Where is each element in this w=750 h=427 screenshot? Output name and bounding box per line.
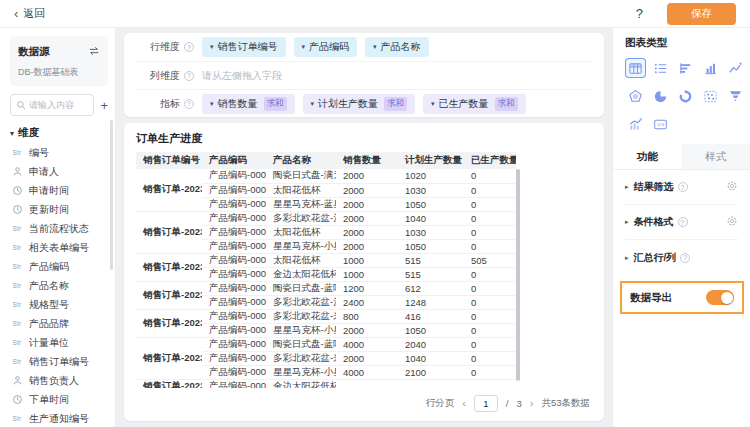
table-cell: 0: [464, 351, 516, 365]
switch-datasource-icon[interactable]: [88, 43, 100, 61]
tab-功能[interactable]: 功能: [613, 144, 682, 169]
field-item-更新时间[interactable]: 更新时间: [10, 200, 108, 219]
dimension-section-header[interactable]: ▾ 维度: [10, 126, 108, 140]
table-cell: 产品编码-00009: [202, 225, 266, 239]
pivot-table: 销售订单编号产品编码产品名称销售数量计划生产数量已生产数量 销售订单-20230…: [136, 152, 516, 388]
field-label: 产品品牌: [29, 317, 69, 331]
table-cell: 2400: [336, 295, 398, 309]
table-scrollbar[interactable]: [516, 169, 520, 381]
chip-label: 产品编码: [309, 40, 349, 54]
table-title: 订单生产进度: [136, 131, 592, 146]
donut-chart-icon[interactable]: [675, 86, 696, 106]
dimension-chip-销售订单编号[interactable]: ▾销售订单编号: [202, 37, 286, 57]
field-item-当前流程状态[interactable]: Str当前流程状态: [10, 219, 108, 238]
crosstab-table-icon[interactable]: [625, 58, 646, 78]
column-dimension-placeholder: 请从左侧拖入字段: [202, 69, 282, 83]
toggle-knob: [721, 292, 733, 304]
page-number-input[interactable]: [474, 395, 498, 412]
table-cell: 产品编码-00006: [202, 281, 266, 295]
field-item-产品名称[interactable]: Str产品名称: [10, 276, 108, 295]
section-结果筛选[interactable]: ▸结果筛选?: [625, 170, 738, 205]
field-item-规格型号[interactable]: Str规格型号: [10, 295, 108, 314]
table-row: 销售订单-20230...产品编码-00008多彩北欧花盆-米白色8004160: [136, 309, 516, 323]
dimension-chip-产品编码[interactable]: ▾产品编码: [294, 37, 358, 57]
table-cell: 1050: [398, 197, 464, 211]
column-header-销售订单编号: 销售订单编号: [136, 152, 202, 169]
column-dimension-help-icon: ?: [184, 71, 194, 81]
table-cell: 1030: [398, 225, 464, 239]
add-field-button[interactable]: +: [100, 99, 108, 112]
help-icon[interactable]: ?: [636, 6, 643, 21]
section-汇总行/列[interactable]: ▸汇总行/列?: [625, 240, 738, 275]
table-cell: 1200: [336, 281, 398, 295]
next-page-icon[interactable]: ›: [530, 398, 534, 409]
field-item-申请人[interactable]: 申请人: [10, 162, 108, 181]
field-item-申请时间[interactable]: 申请时间: [10, 181, 108, 200]
section-title: 结果筛选: [634, 180, 674, 194]
svg-text:123: 123: [657, 122, 665, 127]
datasource-block: 数据源 DB-数据基础表: [10, 36, 108, 86]
prev-page-icon[interactable]: ‹: [462, 398, 466, 409]
indicator-card-icon[interactable]: 123: [650, 114, 671, 134]
pie-chart-icon[interactable]: [650, 86, 671, 106]
table-cell: 0: [464, 211, 516, 225]
column-chart-icon[interactable]: [700, 58, 721, 78]
chip-caret-icon: ▾: [210, 43, 214, 51]
panel-sections: ▸结果筛选?▸条件格式?▸汇总行/列?: [625, 170, 738, 275]
table-cell: 0: [464, 323, 516, 337]
field-item-生产通知编号[interactable]: Str生产通知编号: [10, 409, 108, 427]
combo-chart-icon[interactable]: [625, 114, 646, 134]
table-cell: 0: [464, 281, 516, 295]
scatter-chart-icon[interactable]: [700, 86, 721, 106]
gear-icon[interactable]: [726, 213, 738, 231]
funnel-chart-icon[interactable]: [725, 86, 746, 106]
save-button[interactable]: 保存: [667, 3, 736, 25]
chip-caret-icon: ▾: [210, 100, 214, 108]
metric-chip-销售数量[interactable]: ▾销售数量求和: [202, 94, 295, 114]
tab-样式[interactable]: 样式: [682, 144, 750, 169]
metric-chip-计划生产数量[interactable]: ▾计划生产数量求和: [303, 94, 416, 114]
metric-chip-已生产数量[interactable]: ▾已生产数量求和: [423, 94, 526, 114]
data-export-toggle[interactable]: [706, 290, 734, 305]
dimension-chip-产品名称[interactable]: ▾产品名称: [365, 37, 429, 57]
field-search-input[interactable]: [29, 100, 88, 110]
chip-caret-icon: ▾: [373, 43, 377, 51]
section-title: 条件格式: [634, 215, 674, 229]
aggregation-badge: 求和: [264, 97, 287, 111]
table-cell: 产品编码-00008: [202, 351, 266, 365]
field-item-产品编码[interactable]: Str产品编码: [10, 257, 108, 276]
row-dimension-help-icon: ?: [184, 42, 194, 52]
field-item-销售订单编号[interactable]: Str销售订单编号: [10, 352, 108, 371]
table-cell: 星星马克杯-小星星...: [266, 239, 336, 253]
table-row: 销售订单-20230...产品编码-00006陶瓷日式盘-蓝叶深盘1200612…: [136, 281, 516, 295]
table-cell: 515: [398, 253, 464, 267]
horizontal-bar-icon[interactable]: [675, 58, 696, 78]
metric-chips: ▾销售数量求和▾计划生产数量求和▾已生产数量求和: [202, 94, 526, 114]
radar-chart-icon[interactable]: [625, 86, 646, 106]
string-type-icon: Str: [10, 225, 24, 232]
field-item-下单时间[interactable]: 下单时间: [10, 390, 108, 409]
field-item-编号[interactable]: Str编号: [10, 143, 108, 162]
table-cell: 0: [464, 337, 516, 351]
detail-table-icon[interactable]: [650, 58, 671, 78]
line-chart-icon[interactable]: [725, 58, 746, 78]
order-group-cell: 销售订单-20230...: [136, 211, 202, 253]
table-cell: 4000: [336, 365, 398, 379]
chip-label: 已生产数量: [439, 97, 489, 111]
table-cell: 0: [464, 183, 516, 197]
field-item-计量单位[interactable]: Str计量单位: [10, 333, 108, 352]
gear-icon[interactable]: [726, 178, 738, 196]
field-item-产品品牌[interactable]: Str产品品牌: [10, 314, 108, 333]
back-button[interactable]: ‹ 返回: [14, 6, 45, 21]
order-group-cell: 销售订单-20230...: [136, 253, 202, 281]
table-cell: 2100: [398, 365, 464, 379]
field-item-销售负责人[interactable]: 销售负责人: [10, 371, 108, 390]
table-row: 销售订单-20230...产品编码-00009太阳花低杯1000515505: [136, 253, 516, 267]
chart-type-grid: 123: [625, 58, 738, 134]
table-cell: 产品编码-00009: [202, 183, 266, 197]
order-group-cell: 销售订单-20230...: [136, 337, 202, 379]
section-条件格式[interactable]: ▸条件格式?: [625, 205, 738, 240]
table-cell: 多彩北欧花盆-浅灰: [266, 211, 336, 225]
field-item-相关表单编号[interactable]: Str相关表单编号: [10, 238, 108, 257]
sidebar-scrollbar[interactable]: [110, 120, 113, 270]
